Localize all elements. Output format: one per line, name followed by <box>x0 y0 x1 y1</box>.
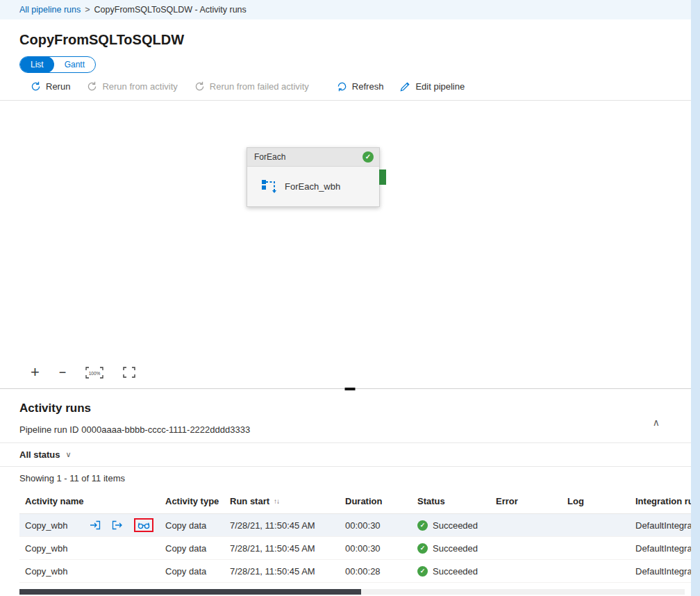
foreach-icon <box>261 179 276 194</box>
run-start-cell: 7/28/21, 11:50:45 AM <box>224 520 340 531</box>
activity-runs-page: All pipeline runs > CopyFromSQLToSQLDW -… <box>0 0 700 596</box>
details-glasses-icon[interactable] <box>138 521 150 529</box>
breadcrumb-separator: > <box>85 5 90 15</box>
column-header-activity-type: Activity type <box>160 496 224 506</box>
activity-type-cell: Copy data <box>160 543 224 554</box>
integration-runtime-cell: DefaultIntegrationRuntime <box>630 543 700 554</box>
refresh-label: Refresh <box>352 81 384 92</box>
refresh-button[interactable]: Refresh <box>337 81 384 92</box>
panel-resize-handle[interactable] <box>345 388 356 390</box>
details-highlight-box <box>134 518 153 532</box>
column-header-duration: Duration <box>340 496 412 506</box>
collapse-panel-chevron-up-icon[interactable]: ∧ <box>653 417 660 428</box>
rerun-from-failed-activity-button[interactable]: Rerun from failed activity <box>194 81 309 92</box>
rerun-from-activity-icon <box>87 81 97 92</box>
succeeded-check-icon: ✓ <box>417 520 428 531</box>
pipeline-run-id-label: Pipeline run ID <box>19 424 78 435</box>
foreach-activity-node[interactable]: ForEach ✓ ForEach_wbh <box>247 147 380 207</box>
pipeline-run-id: Pipeline run ID0000aaaa-bbbb-cccc-1111-2… <box>19 424 700 435</box>
command-bar: Rerun Rerun from activity Rerun from fai… <box>0 73 700 101</box>
horizontal-scrollbar[interactable] <box>19 589 685 595</box>
activity-type-cell: Copy data <box>160 520 224 531</box>
table-header-row: Activity name Activity type Run start ↑↓… <box>19 489 700 514</box>
succeeded-check-icon: ✓ <box>417 566 428 577</box>
edit-pipeline-label: Edit pipeline <box>415 81 465 92</box>
table-row: Copy_wbh <box>19 514 700 537</box>
vertical-scrollbar[interactable] <box>691 0 700 596</box>
activity-name-cell: Copy_wbh <box>19 518 160 532</box>
duration-cell: 00:00:30 <box>340 543 412 554</box>
edit-pipeline-button[interactable]: Edit pipeline <box>400 81 465 92</box>
activity-runs-heading: Activity runs <box>19 402 700 415</box>
status-filter-label: All status <box>19 449 60 460</box>
activity-name-cell: Copy_wbh <box>19 566 160 577</box>
table-row: Copy_wbh Copy data 7/28/21, 11:50:45 AM … <box>19 560 700 583</box>
status-label: Succeeded <box>433 520 478 531</box>
fit-to-screen-button[interactable] <box>123 367 135 378</box>
status-filter-dropdown[interactable]: All status ∨ <box>0 443 700 466</box>
pipeline-run-id-value: 0000aaaa-bbbb-cccc-1111-2222dddd3333 <box>81 424 250 435</box>
node-output-connector[interactable] <box>379 169 386 185</box>
sort-arrows-icon: ↑↓ <box>274 497 279 505</box>
succeeded-check-icon: ✓ <box>417 543 428 554</box>
input-icon[interactable] <box>90 520 101 530</box>
zoom-out-button[interactable]: − <box>59 365 67 380</box>
toggle-list-button[interactable]: List <box>20 56 54 73</box>
rerun-button[interactable]: Rerun <box>31 81 70 92</box>
activity-runs-table: Activity name Activity type Run start ↑↓… <box>19 489 700 583</box>
breadcrumb: All pipeline runs > CopyFromSQLToSQLDW -… <box>0 0 700 19</box>
rerun-icon <box>31 81 41 92</box>
zoom-percent-label: 100% <box>89 370 101 375</box>
column-header-error: Error <box>490 496 562 506</box>
column-header-log: Log <box>562 496 630 506</box>
rerun-from-activity-button[interactable]: Rerun from activity <box>87 81 177 92</box>
status-label: Succeeded <box>433 543 478 554</box>
rerun-from-failed-activity-label: Rerun from failed activity <box>210 81 309 92</box>
view-toggle-pill: List Gantt <box>19 56 96 73</box>
output-icon[interactable] <box>112 520 123 530</box>
duration-cell: 00:00:28 <box>340 566 412 577</box>
activity-type-cell: Copy data <box>160 566 224 577</box>
node-type-label: ForEach <box>254 152 285 162</box>
rerun-from-activity-label: Rerun from activity <box>102 81 177 92</box>
status-cell: ✓ Succeeded <box>412 520 490 531</box>
toggle-gantt-button[interactable]: Gantt <box>54 56 95 73</box>
column-header-status: Status <box>412 496 490 506</box>
rerun-from-failed-activity-icon <box>194 81 205 92</box>
node-name-label: ForEach_wbh <box>285 181 340 192</box>
canvas-zoom-controls: + − 100% <box>31 363 135 381</box>
activity-name-cell: Copy_wbh <box>19 543 160 554</box>
refresh-icon <box>337 81 347 92</box>
node-body: ForEach_wbh <box>247 167 379 206</box>
chevron-down-icon: ∨ <box>66 450 72 459</box>
breadcrumb-current: CopyFromSQLToSQLDW - Activity runs <box>94 5 247 15</box>
status-cell: ✓ Succeeded <box>412 566 490 577</box>
items-summary: Showing 1 - 11 of 11 items <box>0 467 700 483</box>
row-action-icons <box>90 518 153 532</box>
activity-runs-panel: Activity runs ∧ Pipeline run ID0000aaaa-… <box>0 402 700 583</box>
table-row: Copy_wbh Copy data 7/28/21, 11:50:45 AM … <box>19 537 700 560</box>
pipeline-canvas[interactable]: ForEach ✓ ForEach_wbh + − <box>0 101 700 389</box>
zoom-in-button[interactable]: + <box>31 363 40 381</box>
status-label: Succeeded <box>433 566 478 577</box>
zoom-reset-button[interactable]: 100% <box>85 367 103 379</box>
run-start-cell: 7/28/21, 11:50:45 AM <box>224 543 340 554</box>
run-start-cell: 7/28/21, 11:50:45 AM <box>224 566 340 577</box>
status-cell: ✓ Succeeded <box>412 543 490 554</box>
node-header: ForEach ✓ <box>247 148 379 167</box>
pencil-icon <box>400 81 410 92</box>
horizontal-scrollbar-thumb[interactable] <box>19 589 361 595</box>
integration-runtime-cell: DefaultIntegrationRuntime <box>630 520 700 531</box>
breadcrumb-link-all-pipeline-runs[interactable]: All pipeline runs <box>19 5 81 15</box>
duration-cell: 00:00:30 <box>340 520 412 531</box>
node-succeeded-icon: ✓ <box>362 151 374 163</box>
column-header-activity-name: Activity name <box>19 496 160 506</box>
view-toggle: List Gantt <box>19 56 700 73</box>
integration-runtime-cell: DefaultIntegrationRuntime <box>630 566 700 577</box>
page-title: CopyFromSQLToSQLDW <box>19 32 700 48</box>
rerun-label: Rerun <box>46 81 70 92</box>
column-header-run-start[interactable]: Run start ↑↓ <box>224 496 340 506</box>
column-header-integration-runtime: Integration runtime <box>630 496 700 506</box>
